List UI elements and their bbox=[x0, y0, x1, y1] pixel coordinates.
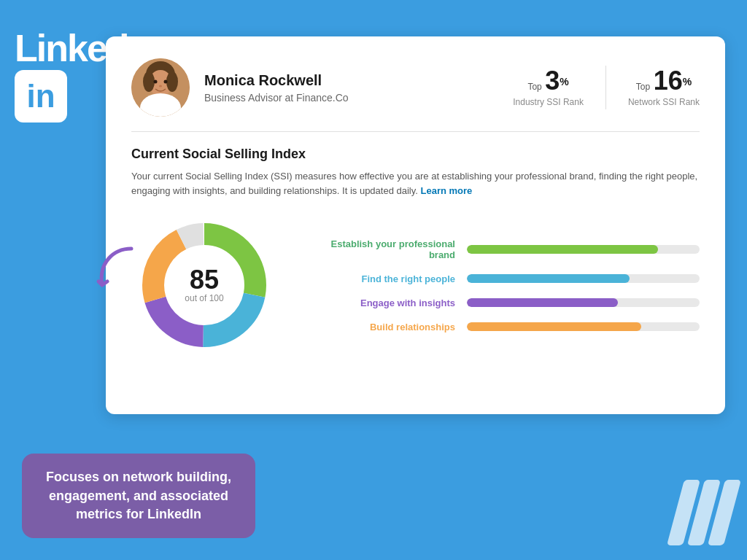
progress-item-2: Engage with insights bbox=[306, 298, 700, 308]
industry-rank-description: Industry SSI Rank bbox=[513, 97, 584, 107]
progress-bar-fill-2 bbox=[467, 298, 618, 307]
ssi-section: Current Social Selling Index Your curren… bbox=[131, 147, 700, 198]
progress-bar-fill-1 bbox=[467, 274, 630, 283]
donut-center: 85 out of 100 bbox=[185, 267, 223, 303]
industry-rank: Top 3% Industry SSI Rank bbox=[513, 68, 584, 107]
donut-score: 85 bbox=[185, 267, 223, 293]
svg-point-7 bbox=[154, 80, 158, 84]
network-rank: Top 16% Network SSI Rank bbox=[628, 68, 700, 107]
linkedin-text-in: in bbox=[26, 80, 55, 112]
svg-point-8 bbox=[164, 80, 168, 84]
progress-label-2: Engage with insights bbox=[306, 298, 467, 308]
ssi-description: Your current Social Selling Index (SSI) … bbox=[131, 169, 700, 198]
progress-label-0: Establish your professional brand bbox=[306, 238, 467, 260]
svg-point-9 bbox=[159, 85, 162, 88]
avatar bbox=[131, 58, 190, 117]
network-rank-number: 16 bbox=[654, 66, 683, 96]
donut-chart: 85 out of 100 bbox=[131, 212, 277, 358]
progress-bar-container-0 bbox=[467, 245, 700, 254]
industry-rank-percent: % bbox=[560, 76, 568, 88]
progress-bar-container-2 bbox=[467, 298, 700, 307]
progress-bar-fill-3 bbox=[467, 322, 641, 331]
progress-item-0: Establish your professional brand bbox=[306, 238, 700, 260]
progress-label-3: Build relationships bbox=[306, 322, 467, 332]
ssi-description-text: Your current Social Selling Index (SSI) … bbox=[131, 171, 697, 196]
ssi-title: Current Social Selling Index bbox=[131, 147, 700, 162]
progress-bar-container-1 bbox=[467, 274, 700, 283]
network-rank-percent: % bbox=[683, 76, 692, 88]
network-rank-top-label: Top bbox=[636, 82, 650, 92]
chart-area: 85 out of 100 Establish your professiona… bbox=[131, 212, 700, 358]
learn-more-link[interactable]: Learn more bbox=[421, 185, 473, 196]
network-rank-description: Network SSI Rank bbox=[628, 97, 700, 107]
progress-bar-fill-0 bbox=[467, 245, 658, 254]
avatar-image bbox=[131, 58, 190, 117]
main-card: Monica Rockwell Business Advisor at Fina… bbox=[106, 36, 725, 414]
profile-title: Business Advisor at Finance.Co bbox=[204, 92, 498, 104]
arrow-decoration bbox=[91, 241, 135, 303]
svg-point-6 bbox=[166, 71, 178, 92]
bottom-box: Focuses on network building, engagement,… bbox=[22, 454, 255, 538]
progress-label-1: Find the right people bbox=[306, 273, 467, 284]
corner-stripes-decoration bbox=[676, 480, 732, 545]
progress-item-1: Find the right people bbox=[306, 273, 700, 284]
rank-divider bbox=[605, 66, 606, 109]
rank-section: Top 3% Industry SSI Rank Top 16% Network… bbox=[513, 66, 700, 109]
profile-section: Monica Rockwell Business Advisor at Fina… bbox=[131, 58, 700, 117]
horizontal-divider bbox=[131, 131, 700, 132]
bottom-box-text: Focuses on network building, engagement,… bbox=[40, 468, 237, 524]
profile-info: Monica Rockwell Business Advisor at Fina… bbox=[204, 72, 498, 104]
profile-name: Monica Rockwell bbox=[204, 72, 498, 89]
industry-rank-top-label: Top bbox=[527, 82, 541, 92]
donut-label: out of 100 bbox=[185, 293, 223, 303]
svg-point-5 bbox=[143, 71, 155, 92]
linkedin-box: in bbox=[15, 70, 67, 122]
progress-item-3: Build relationships bbox=[306, 322, 700, 332]
progress-bar-container-3 bbox=[467, 322, 700, 331]
progress-section: Establish your professional brand Find t… bbox=[306, 238, 700, 332]
industry-rank-number: 3 bbox=[545, 66, 560, 96]
